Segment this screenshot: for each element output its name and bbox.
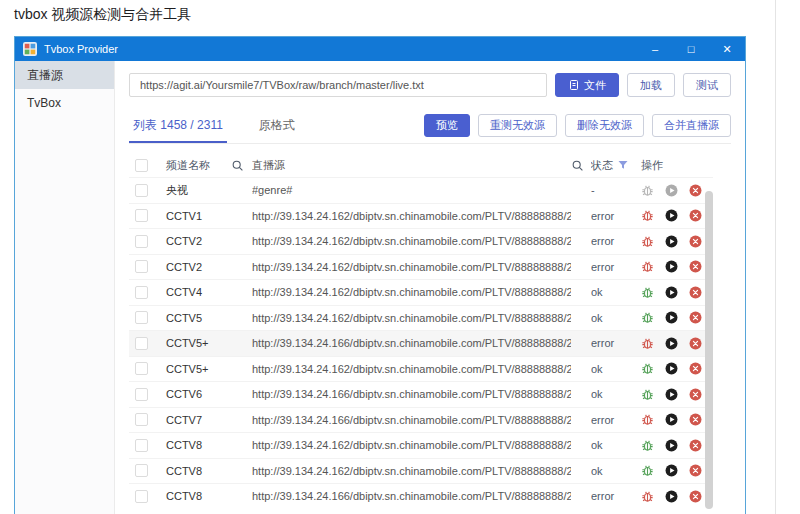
table-actions: 预览 重测无效源 删除无效源 合并直播源 bbox=[424, 114, 731, 143]
debug-bug-icon[interactable] bbox=[641, 184, 654, 197]
url-toolbar: 文件 加载 测试 bbox=[129, 73, 731, 97]
table-row[interactable]: CCTV2http://39.134.24.162/dbiptv.sn.chin… bbox=[129, 228, 713, 254]
header-operations: 操作 bbox=[641, 158, 713, 173]
row-checkbox[interactable] bbox=[135, 490, 148, 503]
row-checkbox[interactable] bbox=[135, 235, 148, 248]
row-checkbox[interactable] bbox=[135, 439, 148, 452]
load-button[interactable]: 加载 bbox=[627, 73, 675, 97]
row-checkbox[interactable] bbox=[135, 260, 148, 273]
table-row[interactable]: CCTV8http://39.134.24.162/dbiptv.sn.chin… bbox=[129, 432, 713, 458]
play-icon[interactable] bbox=[665, 413, 678, 426]
play-icon[interactable] bbox=[665, 362, 678, 375]
page: tvbox 视频源检测与合并工具 Tvbox Provider – □ ✕ 直播… bbox=[0, 0, 800, 514]
row-checkbox[interactable] bbox=[135, 413, 148, 426]
delete-icon[interactable] bbox=[689, 286, 702, 299]
debug-bug-icon[interactable] bbox=[641, 311, 654, 324]
delete-icon[interactable] bbox=[689, 311, 702, 324]
table-row[interactable]: CCTV8http://39.134.24.162/dbiptv.sn.chin… bbox=[129, 458, 713, 484]
row-checkbox[interactable] bbox=[135, 184, 148, 197]
table-row[interactable]: CCTV2http://39.134.24.162/dbiptv.sn.chin… bbox=[129, 254, 713, 280]
table-row[interactable]: CCTV5http://39.134.24.162/dbiptv.sn.chin… bbox=[129, 305, 713, 331]
delete-icon[interactable] bbox=[689, 184, 702, 197]
status-text: error bbox=[591, 490, 641, 502]
debug-bug-icon[interactable] bbox=[641, 286, 654, 299]
document-icon bbox=[568, 79, 580, 91]
debug-bug-icon[interactable] bbox=[641, 490, 654, 503]
debug-bug-icon[interactable] bbox=[641, 209, 654, 222]
channel-name: CCTV5+ bbox=[159, 337, 231, 349]
play-icon[interactable] bbox=[665, 209, 678, 222]
table-body: 央视#genre#-CCTV1http://39.134.24.162/dbip… bbox=[129, 177, 713, 509]
row-checkbox[interactable] bbox=[135, 388, 148, 401]
delete-icon[interactable] bbox=[689, 439, 702, 452]
search-icon[interactable] bbox=[571, 159, 591, 172]
file-button[interactable]: 文件 bbox=[555, 73, 619, 97]
delete-icon[interactable] bbox=[689, 209, 702, 222]
delete-icon[interactable] bbox=[689, 337, 702, 350]
search-icon[interactable] bbox=[231, 159, 252, 172]
sidebar-item-live-source[interactable]: 直播源 bbox=[15, 61, 114, 89]
row-checkbox[interactable] bbox=[135, 209, 148, 222]
play-icon[interactable] bbox=[665, 439, 678, 452]
close-button[interactable]: ✕ bbox=[709, 37, 745, 61]
table-row[interactable]: CCTV1http://39.134.24.162/dbiptv.sn.chin… bbox=[129, 203, 713, 229]
filter-icon[interactable] bbox=[617, 159, 629, 171]
vertical-scrollbar[interactable] bbox=[705, 191, 713, 509]
table-row[interactable]: CCTV5+http://39.134.24.166/dbiptv.sn.chi… bbox=[129, 330, 713, 356]
row-checkbox[interactable] bbox=[135, 464, 148, 477]
play-icon[interactable] bbox=[665, 235, 678, 248]
debug-bug-icon[interactable] bbox=[641, 235, 654, 248]
test-button[interactable]: 测试 bbox=[683, 73, 731, 97]
page-divider bbox=[775, 0, 776, 514]
status-text: error bbox=[591, 261, 641, 273]
select-all-checkbox[interactable] bbox=[135, 159, 148, 172]
preview-button[interactable]: 预览 bbox=[424, 114, 470, 137]
delete-icon[interactable] bbox=[689, 362, 702, 375]
table-row[interactable]: CCTV4http://39.134.24.162/dbiptv.sn.chin… bbox=[129, 279, 713, 305]
delete-invalid-button[interactable]: 删除无效源 bbox=[565, 114, 644, 137]
row-checkbox[interactable] bbox=[135, 337, 148, 350]
play-icon[interactable] bbox=[665, 184, 678, 197]
retest-invalid-button[interactable]: 重测无效源 bbox=[478, 114, 557, 137]
delete-icon[interactable] bbox=[689, 464, 702, 477]
debug-bug-icon[interactable] bbox=[641, 260, 654, 273]
table-row[interactable]: CCTV8http://39.134.24.166/dbiptv.sn.chin… bbox=[129, 483, 713, 509]
table-row[interactable]: 央视#genre#- bbox=[129, 177, 713, 203]
delete-icon[interactable] bbox=[689, 413, 702, 426]
row-checkbox[interactable] bbox=[135, 311, 148, 324]
debug-bug-icon[interactable] bbox=[641, 439, 654, 452]
status-text: ok bbox=[591, 312, 641, 324]
table-row[interactable]: CCTV6http://39.134.24.166/dbiptv.sn.chin… bbox=[129, 381, 713, 407]
delete-icon[interactable] bbox=[689, 260, 702, 273]
delete-icon[interactable] bbox=[689, 388, 702, 401]
play-icon[interactable] bbox=[665, 464, 678, 477]
delete-icon[interactable] bbox=[689, 490, 702, 503]
row-checkbox[interactable] bbox=[135, 286, 148, 299]
play-icon[interactable] bbox=[665, 260, 678, 273]
play-icon[interactable] bbox=[665, 388, 678, 401]
source-url: http://39.134.24.166/dbiptv.sn.chinamobi… bbox=[252, 490, 571, 502]
maximize-button[interactable]: □ bbox=[673, 37, 709, 61]
debug-bug-icon[interactable] bbox=[641, 464, 654, 477]
table-row[interactable]: CCTV5+http://39.134.24.162/dbiptv.sn.chi… bbox=[129, 356, 713, 382]
source-url: http://39.134.24.162/dbiptv.sn.chinamobi… bbox=[252, 261, 571, 273]
header-channel-name: 频道名称 bbox=[159, 158, 231, 173]
delete-icon[interactable] bbox=[689, 235, 702, 248]
tab-list[interactable]: 列表 1458 / 2311 bbox=[129, 111, 227, 143]
row-checkbox[interactable] bbox=[135, 362, 148, 375]
source-url: http://39.134.24.162/dbiptv.sn.chinamobi… bbox=[252, 210, 571, 222]
debug-bug-icon[interactable] bbox=[641, 388, 654, 401]
sidebar-item-tvbox[interactable]: TvBox bbox=[15, 89, 114, 117]
debug-bug-icon[interactable] bbox=[641, 413, 654, 426]
debug-bug-icon[interactable] bbox=[641, 362, 654, 375]
tab-raw-format[interactable]: 原格式 bbox=[255, 111, 299, 143]
minimize-button[interactable]: – bbox=[637, 37, 673, 61]
play-icon[interactable] bbox=[665, 337, 678, 350]
table-row[interactable]: CCTV7http://39.134.24.166/dbiptv.sn.chin… bbox=[129, 407, 713, 433]
url-input[interactable] bbox=[129, 73, 547, 97]
play-icon[interactable] bbox=[665, 311, 678, 324]
merge-sources-button[interactable]: 合并直播源 bbox=[652, 114, 731, 137]
play-icon[interactable] bbox=[665, 286, 678, 299]
debug-bug-icon[interactable] bbox=[641, 337, 654, 350]
play-icon[interactable] bbox=[665, 490, 678, 503]
